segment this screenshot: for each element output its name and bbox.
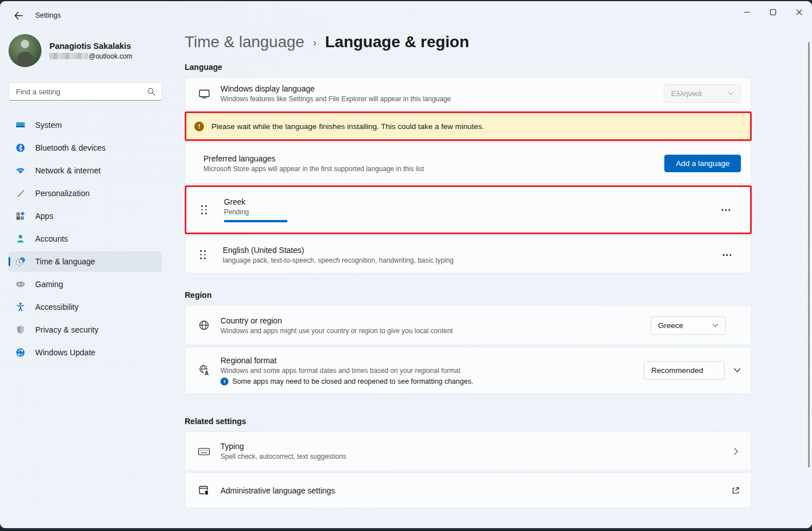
minimize-icon — [744, 9, 750, 15]
apps-icon — [15, 211, 26, 221]
display-language-dropdown[interactable]: Ελληνικά — [664, 84, 741, 103]
related-settings-heading: Related settings — [185, 417, 752, 426]
app-title: Settings — [35, 11, 61, 19]
maximize-button[interactable] — [760, 1, 786, 23]
regional-format-row: A Regional format Windows and some apps … — [185, 347, 752, 394]
globe-icon — [198, 320, 210, 331]
chevron-down-icon — [713, 323, 718, 327]
sidebar-item-label: Windows Update — [35, 348, 95, 357]
accessibility-icon — [15, 302, 26, 312]
email-redacted-block — [49, 53, 88, 59]
system-icon — [15, 120, 26, 130]
typing-row[interactable]: Typing Spell check, autocorrect, text su… — [185, 432, 752, 471]
window-controls — [734, 1, 812, 23]
drag-handle-icon[interactable] — [200, 250, 207, 259]
regional-format-icon: A — [198, 364, 210, 376]
sidebar-item-system[interactable]: System — [9, 115, 162, 135]
chevron-down-icon — [716, 368, 717, 372]
display-language-title: Windows display language — [220, 84, 664, 93]
sidebar-item-apps[interactable]: Apps — [9, 206, 162, 226]
close-icon — [796, 9, 802, 15]
language-row-greek: Greek Pending — [186, 187, 750, 233]
gamepad-icon — [15, 279, 26, 289]
region-section-heading: Region — [185, 291, 752, 300]
sidebar-nav: System Bluetooth & devices Network & int… — [9, 115, 162, 363]
install-progress-bar — [224, 220, 288, 222]
drag-handle-icon[interactable] — [201, 205, 208, 214]
close-button[interactable] — [786, 1, 812, 23]
brush-icon — [15, 188, 26, 198]
keyboard-icon — [198, 446, 210, 457]
admin-language-settings-row[interactable]: Administrative language settings — [185, 472, 752, 508]
admin-settings-icon — [198, 485, 210, 496]
warning-banner: ! Please wait while the language finishe… — [186, 113, 750, 139]
scrollbar[interactable] — [808, 42, 810, 467]
sidebar-item-privacy[interactable]: Privacy & security — [9, 320, 162, 340]
titlebar: Settings — [0, 1, 812, 30]
accounts-icon — [15, 234, 26, 244]
back-arrow-icon — [14, 11, 23, 20]
warning-text: Please wait while the language finishes … — [211, 122, 484, 131]
country-region-dropdown[interactable]: Greece — [651, 316, 726, 335]
bluetooth-icon — [15, 143, 26, 153]
breadcrumb-separator-icon: › — [313, 36, 317, 49]
regional-format-title: Regional format — [220, 356, 644, 365]
language-options-button[interactable] — [716, 202, 735, 217]
search-icon — [147, 88, 156, 96]
preferred-languages-row: Preferred languages Microsoft Store apps… — [185, 143, 752, 184]
chevron-right-icon — [734, 447, 739, 455]
display-language-row: Windows display language Windows feature… — [185, 77, 752, 110]
sidebar-item-label: Accessibility — [35, 302, 78, 312]
regional-format-subtitle: Windows and some apps format dates and t… — [220, 367, 644, 375]
sidebar-item-gaming[interactable]: Gaming — [9, 274, 162, 294]
regional-format-dropdown[interactable]: Recommended — [644, 361, 724, 380]
sidebar-item-accounts[interactable]: Accounts — [9, 229, 162, 249]
wifi-icon — [15, 165, 26, 176]
display-language-subtitle: Windows features like Settings and File … — [220, 95, 664, 103]
sidebar-item-bluetooth[interactable]: Bluetooth & devices — [9, 138, 162, 158]
sidebar-item-label: Time & language — [35, 257, 95, 266]
monitor-icon — [198, 88, 210, 99]
breadcrumb-parent[interactable]: Time & language — [185, 33, 305, 51]
main-content: Time & language › Language & region Lang… — [185, 30, 812, 528]
sidebar-item-label: Bluetooth & devices — [35, 143, 106, 152]
user-profile[interactable]: Panagiotis Sakalakis @outlook.com — [9, 34, 162, 67]
sidebar-item-personalization[interactable]: Personalization — [9, 183, 162, 204]
external-link-icon — [731, 486, 740, 495]
language-section-heading: Language — [185, 63, 812, 72]
breadcrumb: Time & language › Language & region — [185, 33, 812, 51]
warning-icon: ! — [194, 122, 204, 131]
settings-window: Settings Panagiotis Sakalakis @outlook.c… — [0, 1, 812, 528]
page-title: Language & region — [325, 33, 469, 51]
search-box[interactable] — [9, 82, 162, 101]
update-icon — [15, 347, 26, 358]
country-region-subtitle: Windows and apps might use your country … — [220, 327, 651, 335]
time-language-icon — [15, 256, 26, 267]
language-status: language pack, text-to-speech, speech re… — [223, 256, 717, 264]
expand-row-button[interactable] — [734, 368, 741, 373]
back-button[interactable] — [9, 6, 27, 24]
sidebar-item-label: System — [35, 121, 62, 130]
sidebar-item-time-language[interactable]: Time & language — [9, 251, 162, 272]
annotation-box-warning: ! Please wait while the language finishe… — [185, 111, 752, 141]
sidebar-item-label: Privacy & security — [35, 325, 98, 334]
sidebar-item-network[interactable]: Network & internet — [9, 160, 162, 181]
sidebar-item-label: Accounts — [35, 234, 68, 243]
preferred-languages-subtitle: Microsoft Store apps will appear in the … — [203, 165, 664, 173]
sidebar-item-label: Network & internet — [35, 166, 101, 175]
sidebar-item-windows-update[interactable]: Windows Update — [9, 342, 162, 363]
typing-subtitle: Spell check, autocorrect, text suggestio… — [220, 453, 734, 461]
sidebar: Panagiotis Sakalakis @outlook.com System — [0, 30, 170, 528]
info-icon: ! — [220, 377, 228, 385]
regional-format-note: Some apps may need to be closed and reop… — [232, 377, 473, 385]
minimize-button[interactable] — [734, 1, 760, 23]
annotation-box-greek: Greek Pending — [185, 185, 752, 234]
add-language-button[interactable]: Add a language — [664, 155, 741, 172]
language-options-button[interactable] — [717, 247, 736, 262]
search-input[interactable] — [15, 87, 147, 97]
admin-settings-title: Administrative language settings — [220, 486, 731, 495]
sidebar-item-accessibility[interactable]: Accessibility — [9, 297, 162, 317]
user-name: Panagiotis Sakalakis — [49, 42, 132, 51]
sidebar-item-label: Apps — [35, 211, 53, 221]
user-email: @outlook.com — [49, 52, 132, 60]
